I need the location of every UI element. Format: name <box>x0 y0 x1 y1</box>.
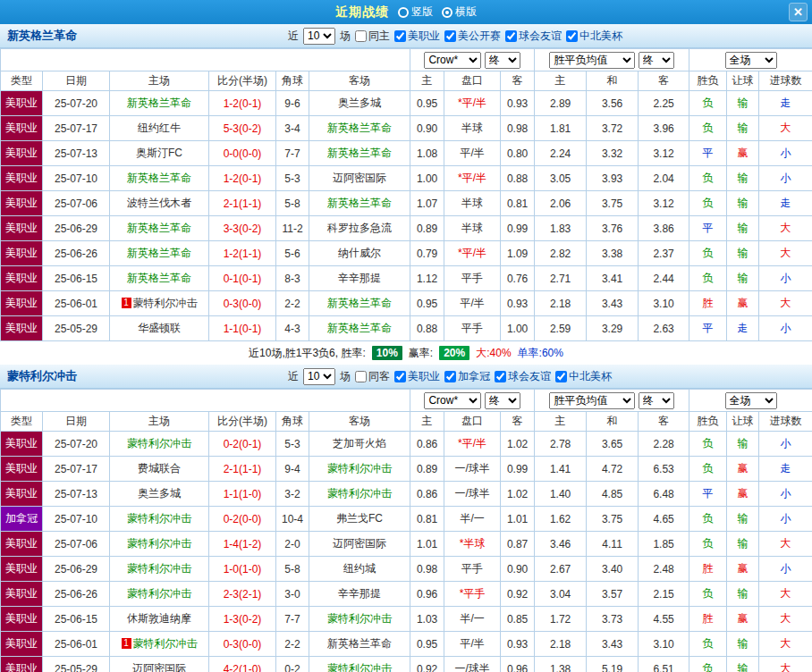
checkbox-icon[interactable] <box>566 30 578 42</box>
match-count-select[interactable]: 10 <box>303 28 335 45</box>
col-goals: 进球数 <box>759 412 812 432</box>
result: 胜 <box>689 291 727 316</box>
team-name[interactable]: 新英格兰革命 <box>127 272 191 284</box>
match-count-select[interactable]: 10 <box>303 368 335 385</box>
team-name[interactable]: 新英格兰革命 <box>127 247 191 259</box>
team-name[interactable]: 新英格兰革命 <box>327 147 392 159</box>
checkbox-icon[interactable] <box>394 371 406 382</box>
team-name[interactable]: 弗兰戈FC <box>336 512 383 525</box>
team-name[interactable]: 新英格兰革命 <box>327 297 392 309</box>
team-name[interactable]: 奥兰多城 <box>138 487 181 500</box>
league-tag: 美职业 <box>1 116 43 141</box>
team-name[interactable]: 纽约红牛 <box>138 122 181 134</box>
team-name[interactable]: 纳什威尔 <box>338 247 381 259</box>
team-name[interactable]: 蒙特利尔冲击 <box>327 487 392 500</box>
team-name[interactable]: 辛辛那提 <box>338 587 381 600</box>
match-scope-select[interactable]: 全场 <box>725 52 777 69</box>
team-name[interactable]: 新英格兰革命 <box>127 172 191 184</box>
team-name[interactable]: 纽约城 <box>343 562 376 575</box>
team-name[interactable]: 迈阿密国际 <box>333 172 386 184</box>
checkbox-icon[interactable] <box>495 371 506 382</box>
checkbox-icon[interactable] <box>555 371 567 382</box>
odds-stage-select[interactable]: 终 <box>485 392 520 409</box>
league-filter-open-cup[interactable]: 美公开赛 <box>444 29 501 44</box>
odds-average-select[interactable]: 胜平负均值 <box>549 392 635 409</box>
team-name[interactable]: 波特兰伐木者 <box>127 197 191 209</box>
team-name[interactable]: 费城联合 <box>138 462 181 475</box>
same-venue-checkbox[interactable]: 同客 <box>355 369 390 384</box>
checkbox-icon[interactable] <box>394 30 406 42</box>
handicap: 平/半 <box>444 632 501 657</box>
home-team: 1蒙特利尔冲击 <box>110 291 209 316</box>
league-filter-friendly[interactable]: 球会友谊 <box>505 29 562 44</box>
match-scope-select[interactable]: 全场 <box>725 392 777 409</box>
league-filter-mls[interactable]: 美职业 <box>394 369 440 384</box>
league-filter-concacaf[interactable]: 中北美杯 <box>555 369 612 384</box>
popup-title: 近期战绩 <box>335 4 389 21</box>
odds-average-select[interactable]: 胜平负均值 <box>549 52 635 69</box>
team-name[interactable]: 迈阿密国际 <box>333 537 386 550</box>
odds-stage-select[interactable]: 终 <box>639 52 674 69</box>
checkbox-icon[interactable] <box>355 371 367 382</box>
team-name[interactable]: 奥斯汀FC <box>136 147 182 159</box>
col-corners: 角球 <box>276 71 309 91</box>
team-name[interactable]: 蒙特利尔冲击 <box>133 637 198 650</box>
handicap: 半/一 <box>444 607 501 632</box>
checkbox-icon[interactable] <box>355 30 367 42</box>
home-team: 蒙特利尔冲击 <box>110 582 209 607</box>
team-name[interactable]: 蒙特利尔冲击 <box>127 512 191 525</box>
corners: 5-6 <box>276 241 309 266</box>
team-name[interactable]: 新英格兰革命 <box>327 637 392 650</box>
score: 5-3(0-2) <box>209 116 276 141</box>
layout-horizontal-radio[interactable]: 横版 <box>442 4 477 20</box>
odds-stage-select[interactable]: 终 <box>639 392 674 409</box>
goals-result: 大 <box>759 241 812 266</box>
team-name[interactable]: 新英格兰革命 <box>127 97 191 109</box>
team-name[interactable]: 芝加哥火焰 <box>333 437 386 449</box>
team-name[interactable]: 新英格兰革命 <box>327 122 392 134</box>
league-filter-concacaf[interactable]: 中北美杯 <box>566 29 622 44</box>
league-filter-mls[interactable]: 美职业 <box>394 29 440 44</box>
away-team: 芝加哥火焰 <box>309 432 410 457</box>
team-name[interactable]: 蒙特利尔冲击 <box>327 612 392 625</box>
team-name[interactable]: 科罗拉多急流 <box>327 222 392 234</box>
layout-vertical-radio[interactable]: 竖版 <box>398 4 433 20</box>
home-team: 纽约红牛 <box>110 116 209 141</box>
checkbox-icon[interactable] <box>444 371 456 382</box>
odds-away: 3.12 <box>639 191 689 216</box>
handicap-result: 输 <box>727 432 759 457</box>
corners: 9-4 <box>276 457 309 482</box>
odds-stage-select[interactable]: 终 <box>485 52 520 69</box>
league-filter-can-championship[interactable]: 加拿冠 <box>444 369 490 384</box>
team-name[interactable]: 休斯敦迪纳摩 <box>127 612 191 625</box>
league-tag: 美职业 <box>1 191 43 216</box>
col-result: 胜负 <box>689 412 727 432</box>
close-button[interactable]: ✕ <box>789 3 808 21</box>
league-filter-friendly[interactable]: 球会友谊 <box>495 369 551 384</box>
team-name[interactable]: 蒙特利尔冲击 <box>133 297 198 309</box>
checkbox-icon[interactable] <box>444 30 456 42</box>
odds-home: 1.38 <box>535 657 587 672</box>
team-name[interactable]: 蒙特利尔冲击 <box>127 537 191 550</box>
odds-away: 6.53 <box>639 457 689 482</box>
team-name[interactable]: 迈阿密国际 <box>132 662 186 672</box>
odds-away: 3.96 <box>639 116 689 141</box>
checkbox-icon[interactable] <box>505 30 517 42</box>
odds-company-select[interactable]: Crow* <box>424 392 481 409</box>
team-name[interactable]: 蒙特利尔冲击 <box>327 662 392 672</box>
team-name[interactable]: 辛辛那提 <box>338 272 381 284</box>
team-name[interactable]: 新英格兰革命 <box>327 322 392 334</box>
team-name[interactable]: 华盛顿联 <box>138 322 181 334</box>
odds-company-select[interactable]: Crow* <box>424 52 481 69</box>
handicap-result: 输 <box>727 582 759 607</box>
team-name[interactable]: 蒙特利尔冲击 <box>127 437 191 449</box>
team-name[interactable]: 蒙特利尔冲击 <box>327 462 392 475</box>
same-venue-checkbox[interactable]: 同主 <box>355 29 390 44</box>
team-name[interactable]: 奥兰多城 <box>338 97 381 109</box>
team-name[interactable]: 蒙特利尔冲击 <box>127 587 191 600</box>
team-name[interactable]: 新英格兰革命 <box>127 222 191 234</box>
team-name[interactable]: 蒙特利尔冲击 <box>127 562 191 575</box>
team-name[interactable]: 新英格兰革命 <box>327 197 392 209</box>
goals-result: 大 <box>759 216 812 241</box>
corners: 2-2 <box>276 632 309 657</box>
